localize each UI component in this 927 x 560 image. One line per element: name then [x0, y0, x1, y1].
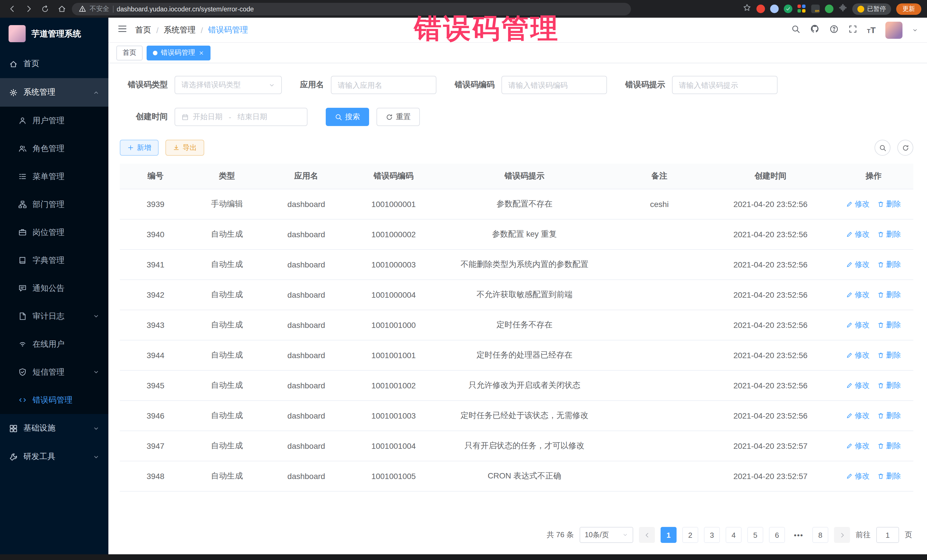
github-icon[interactable]	[810, 24, 819, 36]
edit-link[interactable]: 修改	[846, 441, 870, 451]
cell-code: 1001000001	[350, 189, 437, 219]
edit-link[interactable]: 修改	[846, 350, 870, 360]
error-type-select[interactable]: 请选择错误码类型	[175, 76, 282, 94]
sidebar-item-departments[interactable]: 部门管理	[0, 190, 108, 219]
edit-link[interactable]: 修改	[846, 320, 870, 330]
extension-icon[interactable]	[784, 5, 792, 13]
close-icon[interactable]	[199, 50, 204, 56]
table-row: 3944自动生成dashboard1001001001定时任务的处理器已经存在2…	[120, 340, 913, 370]
delete-link[interactable]: 删除	[878, 471, 901, 481]
edit-link[interactable]: 修改	[846, 199, 870, 209]
sidebar-item-online-users[interactable]: 在线用户	[0, 330, 108, 358]
browser-update-button[interactable]: 更新	[896, 3, 921, 15]
tag-label: 错误码管理	[161, 48, 195, 58]
show-search-toggle-icon[interactable]	[874, 140, 891, 156]
reset-button[interactable]: 重置	[377, 108, 420, 126]
gear-icon	[9, 88, 18, 97]
font-size-icon[interactable]: TT	[867, 25, 876, 35]
home-icon[interactable]	[55, 3, 68, 15]
back-icon[interactable]	[6, 3, 18, 15]
help-icon[interactable]	[829, 24, 838, 36]
delete-link[interactable]: 删除	[878, 260, 901, 270]
sidebar-item-notices[interactable]: 通知公告	[0, 274, 108, 302]
search-button[interactable]: 搜索	[326, 108, 369, 126]
sidebar-item-dictionary[interactable]: 字典管理	[0, 246, 108, 274]
sidebar-item-users[interactable]: 用户管理	[0, 107, 108, 135]
breadcrumb-section[interactable]: 系统管理	[164, 25, 196, 35]
bookmark-star-icon[interactable]	[743, 3, 751, 14]
export-button[interactable]: 导出	[166, 140, 204, 156]
page-button[interactable]: 2	[682, 527, 698, 543]
table-row: 3943自动生成dashboard1001001000定时任务不存在2021-0…	[120, 310, 913, 340]
user-icon	[18, 116, 27, 125]
goto-page-input[interactable]	[876, 527, 899, 543]
caret-down-icon[interactable]	[912, 27, 918, 33]
extension-icon[interactable]	[798, 5, 806, 13]
date-range-picker[interactable]: 开始日期 - 结束日期	[175, 108, 307, 126]
delete-link[interactable]: 删除	[878, 199, 901, 209]
edit-link[interactable]: 修改	[846, 471, 870, 481]
delete-link[interactable]: 删除	[878, 411, 901, 421]
prev-page-button[interactable]	[639, 527, 655, 543]
edit-link[interactable]: 修改	[846, 229, 870, 240]
delete-link[interactable]: 删除	[878, 441, 901, 451]
forward-icon[interactable]	[22, 3, 35, 15]
error-msg-input[interactable]	[679, 81, 771, 89]
sidebar-item-sms[interactable]: 短信管理	[0, 358, 108, 386]
sidebar-item-devtools[interactable]: 研发工具	[0, 443, 108, 471]
page-button[interactable]: 8	[812, 527, 828, 543]
search-icon[interactable]	[791, 24, 800, 36]
profile-paused-badge[interactable]: 已暂停	[852, 3, 891, 15]
puzzle-icon[interactable]	[839, 3, 847, 14]
app-logo[interactable]: 芋道管理系统	[0, 18, 108, 50]
book-icon	[18, 256, 27, 265]
extension-icon[interactable]	[770, 5, 779, 13]
delete-link[interactable]: 删除	[878, 350, 901, 360]
page-button[interactable]: 4	[726, 527, 742, 543]
collapse-menu-icon[interactable]	[117, 24, 127, 36]
cell-msg: 不能删除类型为系统内置的参数配置	[437, 249, 612, 280]
app-name-input[interactable]	[338, 81, 430, 89]
sidebar-item-posts[interactable]: 岗位管理	[0, 219, 108, 246]
page-size-select[interactable]: 10条/页	[580, 527, 633, 543]
page-button[interactable]: 5	[747, 527, 763, 543]
more-pages-button[interactable]: •••	[791, 527, 807, 543]
sidebar-item-home[interactable]: 首页	[0, 50, 108, 78]
tag-error-codes[interactable]: 错误码管理	[147, 46, 211, 60]
tag-home[interactable]: 首页	[116, 46, 143, 60]
page-button[interactable]: 3	[704, 527, 720, 543]
sidebar-item-roles[interactable]: 角色管理	[0, 135, 108, 162]
edit-link[interactable]: 修改	[846, 411, 870, 421]
edit-link[interactable]: 修改	[846, 380, 870, 391]
extension-icon[interactable]: on	[811, 5, 820, 13]
page-button[interactable]: 6	[769, 527, 785, 543]
annotation-title: 错误码管理	[414, 10, 559, 47]
delete-link[interactable]: 删除	[878, 290, 901, 300]
delete-link[interactable]: 删除	[878, 229, 901, 240]
edit-icon	[846, 473, 853, 480]
add-button[interactable]: 新增	[120, 140, 159, 156]
extension-icon[interactable]	[825, 5, 833, 13]
sidebar-item-infrastructure[interactable]: 基础设施	[0, 414, 108, 443]
edit-link[interactable]: 修改	[846, 290, 870, 300]
sidebar-item-system[interactable]: 系统管理	[0, 78, 108, 107]
divider	[112, 5, 113, 12]
next-page-button[interactable]	[834, 527, 850, 543]
sidebar-submenu: 用户管理 角色管理 菜单管理 部门管理 岗位管理	[0, 107, 108, 414]
extension-icon[interactable]	[757, 5, 765, 13]
cell-actions: 修改删除	[834, 310, 913, 340]
sidebar-item-menus[interactable]: 菜单管理	[0, 162, 108, 190]
error-code-input[interactable]	[508, 81, 600, 89]
edit-link[interactable]: 修改	[846, 260, 870, 270]
page-button[interactable]: 1	[661, 527, 676, 543]
sidebar-item-error-codes[interactable]: 错误码管理	[0, 386, 108, 414]
refresh-table-icon[interactable]	[897, 140, 913, 156]
reload-icon[interactable]	[39, 3, 51, 15]
breadcrumb-home[interactable]: 首页	[135, 25, 151, 35]
cell-time: 2021-04-20 23:52:56	[707, 280, 834, 310]
delete-link[interactable]: 删除	[878, 380, 901, 391]
sidebar-item-audit-logs[interactable]: 审计日志	[0, 302, 108, 330]
fullscreen-icon[interactable]	[848, 24, 857, 36]
user-avatar[interactable]	[885, 21, 903, 38]
delete-link[interactable]: 删除	[878, 320, 901, 330]
